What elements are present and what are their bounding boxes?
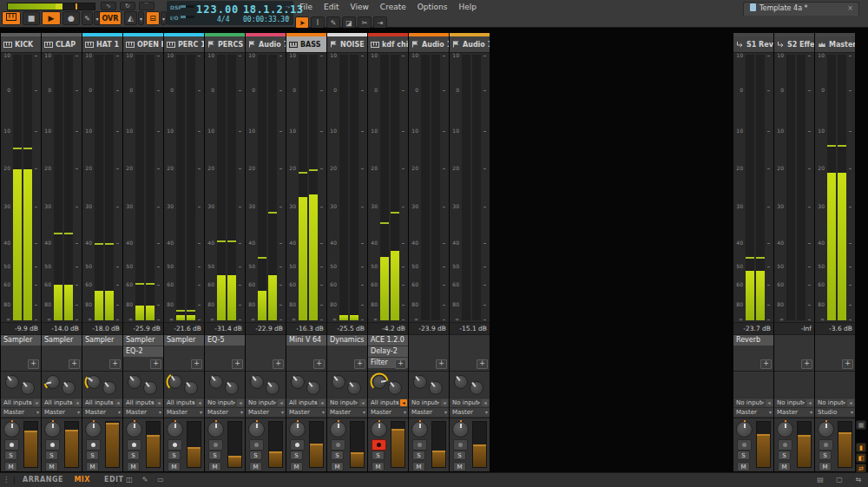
volume-fader[interactable] xyxy=(391,421,405,468)
add-device-button[interactable]: + xyxy=(232,359,243,369)
monitor-toggle-icon[interactable]: ◂ xyxy=(278,399,285,406)
pan-knob[interactable] xyxy=(818,421,834,438)
pan-knob[interactable] xyxy=(736,421,753,438)
output-routing-select[interactable]: Master▾ xyxy=(368,408,408,417)
text-tool-icon[interactable]: I xyxy=(311,16,325,29)
volume-fader[interactable] xyxy=(756,421,771,468)
volume-fader[interactable] xyxy=(146,421,161,468)
monitor-toggle-icon[interactable]: ◂ xyxy=(766,399,773,406)
input-caret-icon[interactable]: ▾ xyxy=(110,398,113,407)
send-knob-s1[interactable] xyxy=(330,373,347,391)
output-caret-icon[interactable]: ▾ xyxy=(444,408,447,417)
track-header-perc-1[interactable]: PERC 1 xyxy=(164,36,204,53)
metronome-toggle[interactable]: ◭ xyxy=(124,11,137,25)
pan-knob[interactable] xyxy=(207,421,224,438)
device-chip-sampler[interactable]: Sampler xyxy=(123,335,163,346)
input-routing-select[interactable]: No input▾◂ xyxy=(774,398,814,407)
automation-write-button[interactable]: ✎ xyxy=(82,11,93,25)
send-knob-s2[interactable] xyxy=(345,379,363,397)
record-arm-button[interactable] xyxy=(86,439,101,451)
input-routing-select[interactable]: All inputs▾◂ xyxy=(42,398,82,407)
output-caret-icon[interactable]: ▾ xyxy=(485,408,488,417)
track-header-noise[interactable]: NOISE xyxy=(327,36,367,53)
input-routing-select[interactable]: All inputs▾◂ xyxy=(82,398,122,407)
record-arm-button[interactable] xyxy=(290,439,305,451)
output-routing-select[interactable]: Master▾ xyxy=(42,408,82,417)
monitor-toggle-icon[interactable]: ◂ xyxy=(115,399,122,406)
solo-button[interactable]: S xyxy=(127,451,140,460)
volume-fader[interactable] xyxy=(472,421,487,468)
send-knob-s2[interactable] xyxy=(182,379,200,397)
volume-fader[interactable] xyxy=(309,421,324,468)
send-knob-s1[interactable] xyxy=(207,373,225,391)
send-knob-s1[interactable] xyxy=(44,373,62,391)
volume-fader[interactable] xyxy=(23,421,38,468)
monitor-toggle-icon[interactable]: ◂ xyxy=(74,399,81,406)
record-arm-button[interactable] xyxy=(45,439,60,451)
output-caret-icon[interactable]: ▾ xyxy=(36,408,39,417)
device-chip-sampler[interactable]: Sampler xyxy=(42,335,82,346)
send-knob-s2[interactable] xyxy=(264,379,281,397)
record-arm-button[interactable] xyxy=(737,439,752,451)
browser-panel-icon[interactable]: ▤ xyxy=(814,475,826,485)
device-chip-ace-1-2-0[interactable]: ACE 1.2.0 xyxy=(368,335,408,346)
mute-button[interactable]: M xyxy=(168,462,181,471)
monitor-toggle-icon[interactable]: ◂ xyxy=(319,399,326,406)
input-caret-icon[interactable]: ▾ xyxy=(314,398,317,407)
mute-button[interactable]: M xyxy=(4,462,17,471)
record-arm-button[interactable] xyxy=(127,439,141,451)
time-signature[interactable]: 4/4 xyxy=(217,16,229,23)
send-knob-s1[interactable] xyxy=(167,373,184,391)
output-caret-icon[interactable]: ▾ xyxy=(851,408,853,417)
add-device-button[interactable]: + xyxy=(760,359,772,369)
solo-button[interactable]: S xyxy=(819,451,832,460)
menu-item-view[interactable]: View xyxy=(351,3,369,11)
track-header-kdf-chicago[interactable]: kdf chicago ... xyxy=(368,36,408,53)
io-panel-icon[interactable]: ⇆ xyxy=(852,475,865,485)
pan-knob[interactable] xyxy=(3,421,20,438)
mixer-io-toggle-icon[interactable]: ◫ xyxy=(123,475,135,485)
output-routing-select[interactable]: Studio▾ xyxy=(815,408,855,417)
output-routing-select[interactable]: Master▾ xyxy=(205,408,245,417)
pan-knob[interactable] xyxy=(126,421,142,438)
menu-item-options[interactable]: Options xyxy=(418,3,448,11)
record-arm-button[interactable] xyxy=(4,439,19,451)
add-device-button[interactable]: + xyxy=(436,359,447,369)
fill-mode-icon[interactable]: ∿ xyxy=(101,2,116,10)
mute-button[interactable]: M xyxy=(453,462,466,471)
input-caret-icon[interactable]: ▾ xyxy=(761,398,764,407)
input-caret-icon[interactable]: ▾ xyxy=(355,398,358,407)
input-routing-select[interactable]: All inputs▾◂ xyxy=(286,398,326,407)
automation-follow-icon[interactable]: ⤳ xyxy=(285,3,290,10)
solo-button[interactable]: S xyxy=(290,451,303,460)
monitor-toggle-icon[interactable]: ◂ xyxy=(482,399,489,406)
metronome-caret[interactable]: ▾ xyxy=(138,11,144,25)
playhead-time[interactable]: 00:00:33.30 xyxy=(243,16,289,23)
track-header-audio-11[interactable]: Audio 11 xyxy=(409,36,449,53)
send-knob-s1[interactable] xyxy=(3,373,21,391)
input-caret-icon[interactable]: ▾ xyxy=(437,398,439,407)
send-knob-s2[interactable] xyxy=(468,379,485,397)
eraser-tool-icon[interactable]: ◪ xyxy=(342,16,356,29)
add-device-button[interactable]: + xyxy=(477,359,488,369)
track-header-bass[interactable]: BASS xyxy=(286,36,326,53)
monitor-toggle-icon[interactable]: ◂ xyxy=(155,399,162,406)
solo-button[interactable]: S xyxy=(4,451,17,460)
send-knob-s2[interactable] xyxy=(19,379,36,397)
volume-fader[interactable] xyxy=(105,421,120,468)
track-header-s1-reverb[interactable]: S1 Reverb xyxy=(733,36,773,53)
menu-item-file[interactable]: File xyxy=(299,3,312,11)
mute-button[interactable]: M xyxy=(819,462,832,471)
pan-knob[interactable] xyxy=(777,421,793,438)
menu-item-create[interactable]: Create xyxy=(380,3,406,11)
monitor-toggle-icon[interactable]: ◂ xyxy=(400,399,407,406)
dual-display-icon[interactable]: ▭ xyxy=(155,475,167,485)
send-knob-s2[interactable] xyxy=(141,379,159,397)
send-knob-s1[interactable] xyxy=(411,373,429,391)
input-caret-icon[interactable]: ▾ xyxy=(151,398,154,407)
input-routing-select[interactable]: All inputs▾◂ xyxy=(123,398,163,407)
pan-knob[interactable] xyxy=(44,421,61,438)
pointer-tool-icon[interactable]: ➤ xyxy=(295,16,309,29)
output-caret-icon[interactable]: ▾ xyxy=(322,408,325,417)
input-caret-icon[interactable]: ▾ xyxy=(843,398,845,407)
